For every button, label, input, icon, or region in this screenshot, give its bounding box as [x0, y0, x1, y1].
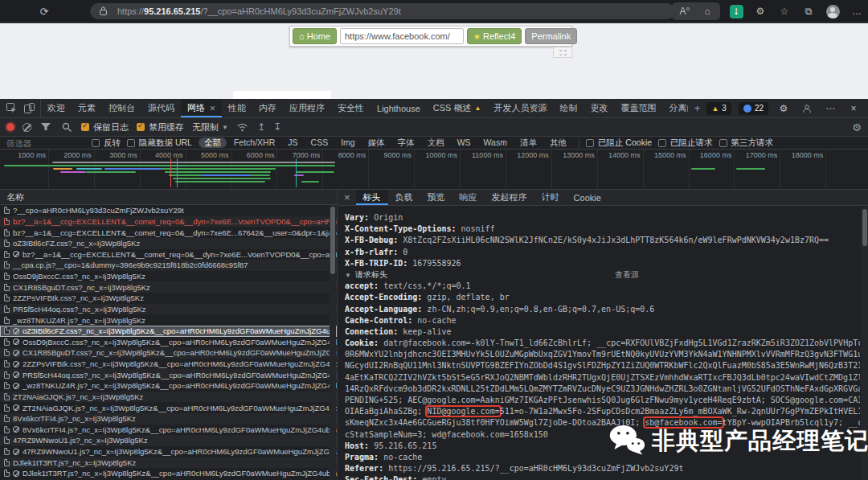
request-row[interactable]: 8Vx6kcrTFI4.js?_nc_x=Ij3Wp8lg5Kz	[0, 413, 337, 425]
detail-tab-Cookie[interactable]: Cookie	[567, 190, 608, 205]
inspect-element-icon[interactable]	[5, 102, 18, 115]
devtools-tab-元素[interactable]: 元素	[72, 99, 102, 117]
devtools-tab-应用程序[interactable]: 应用程序	[283, 99, 331, 117]
throttling-dropdown[interactable]: 无限制 ▼	[192, 121, 228, 133]
request-row[interactable]: bz?__a=1&__ccg=EXCELLENT&__comet_req=0&_…	[0, 216, 337, 228]
record-icon[interactable]	[6, 123, 14, 131]
clear-icon[interactable]	[23, 123, 31, 132]
devtools-tab-欢迎[interactable]: 欢迎	[41, 99, 72, 117]
request-row[interactable]: DJlek1tT3RT.js?_nc_x=Ij3Wp8lg5Kz&__cpo=a…	[0, 468, 337, 479]
scrollbar-thumb[interactable]	[862, 209, 867, 246]
request-row[interactable]: _wz8TNKUZ4R.js?_nc_x=Ij3Wp8lg5Kz	[0, 314, 337, 326]
devtools-tab-控制台[interactable]: 控制台	[102, 99, 141, 117]
hide-data-urls-checkbox[interactable]: 隐藏数据 URL	[127, 137, 192, 149]
filter-type-JS[interactable]: JS	[282, 137, 303, 148]
address-bar[interactable]: https://95.216.65.215/?__cpo=aHR0cHM6Ly9…	[90, 3, 675, 19]
requests-header[interactable]: 名称	[0, 190, 337, 205]
filter-type-Wasm[interactable]: Wasm	[478, 137, 513, 148]
filter-type-其他[interactable]: 其他	[544, 137, 572, 148]
browser-menu-icon[interactable]: …	[849, 3, 865, 19]
devtools-tab-网络[interactable]: 网络×	[181, 99, 222, 117]
request-row[interactable]: 2ZZPsVIFBtk.css?_nc_x=Ij3Wp8lg5Kz	[0, 293, 337, 304]
request-row[interactable]: 47RZ9WNwoU1.js?_nc_x=Ij3Wp8lg5Kz	[0, 435, 337, 446]
request-row[interactable]: ZT2NAiaGJQK.js?_nc_x=Ij3Wp8lg5Kz&__cpo=a…	[0, 402, 337, 413]
filter-type-媒体[interactable]: 媒体	[362, 137, 391, 148]
devtools-tab-Lighthouse[interactable]: Lighthouse	[371, 99, 427, 117]
request-row[interactable]: _wz8TNKUZ4R.js?_nc_x=Ij3Wp8lg5Kz&__cpo=a…	[0, 380, 337, 392]
filter-type-WS[interactable]: WS	[452, 137, 477, 148]
devtools-tab-更改[interactable]: 更改	[583, 99, 614, 117]
request-row[interactable]: oZ3IBtl6cFZ.css?_nc_x=Ij3Wp8lg5Kz&__cpo=…	[0, 326, 337, 337]
request-row[interactable]: DJlek1tT3RT.js?_nc_x=Ij3Wp8lg5Kz	[0, 457, 337, 468]
more-tabs-button[interactable]: +	[688, 99, 707, 117]
devtools-tab-源代码[interactable]: 源代码	[141, 99, 181, 117]
filter-type-文档[interactable]: 文档	[422, 137, 450, 148]
devtools-tab-性能[interactable]: 性能	[222, 99, 252, 117]
filter-type-清单[interactable]: 清单	[514, 137, 542, 148]
request-row[interactable]: CX1R85BguDT.css?_nc_x=Ij3Wp8lg5Kz	[0, 281, 337, 293]
requests-scrollbar[interactable]	[330, 205, 336, 480]
permalink-button[interactable]: Permalink	[525, 28, 577, 44]
devtools-tab-内存[interactable]: 内存	[252, 99, 283, 117]
request-row[interactable]: ?__cpo=aHR0cHM6Ly93d3cuZmFjZWJvb2suY29t	[0, 205, 337, 216]
invert-checkbox[interactable]: 反转	[92, 137, 121, 149]
disable-cache-checkbox[interactable]: 禁用缓存	[137, 121, 184, 133]
third-party-checkbox[interactable]: 第三方请求	[719, 137, 774, 149]
request-row[interactable]: 2ZZPsVIFBtk.css?_nc_x=Ij3Wp8lg5Kz&__cpo=…	[0, 359, 337, 370]
blocked-cookies-checkbox[interactable]: 已阻止 Cookie	[586, 137, 652, 149]
favorites-icon[interactable]: ⌂	[699, 3, 715, 19]
request-row[interactable]: bz?__a=1&__ccg=EXCELLENT&__comet_req=0&_…	[0, 227, 337, 238]
request-row[interactable]: __cpa.cp.js?__cpo=1&dummy=396e9b9c9215f8…	[0, 260, 337, 271]
view-source-link[interactable]: 查看源	[615, 269, 639, 281]
request-row[interactable]: bz?__a=1&__ccg=EXCELLENT&__comet_req=0&_…	[0, 249, 337, 261]
request-row[interactable]: ZT2NAiaGJQK.js?_nc_x=Ij3Wp8lg5Kz	[0, 392, 337, 403]
profile-avatar[interactable]	[825, 3, 841, 19]
scrollbar-thumb[interactable]	[330, 207, 335, 274]
request-row[interactable]: OssD9jBxccC.css?_nc_x=Ij3Wp8lg5Kz	[0, 271, 337, 282]
feedback-icon[interactable]	[799, 101, 815, 117]
filter-icon[interactable]	[39, 121, 52, 133]
refresh-icon[interactable]: ⟳	[35, 2, 53, 20]
close-tab-icon[interactable]: ×	[210, 103, 215, 114]
network-settings-icon[interactable]: ⚙	[852, 121, 862, 133]
blocked-requests-checkbox[interactable]: 已阻止请求	[658, 137, 713, 149]
network-overview-timeline[interactable]: 1000 ms2000 ms3000 ms4000 ms5000 ms6000 …	[0, 150, 868, 190]
detail-tab-标头[interactable]: 标头	[356, 190, 388, 205]
add-favorite-icon[interactable]: ☆	[776, 3, 792, 19]
filter-type-字体[interactable]: 字体	[392, 137, 420, 148]
request-row[interactable]: CX1R85BguDT.css?_nc_x=Ij3Wp8lg5Kz&__cpo=…	[0, 347, 337, 359]
device-toolbar-icon[interactable]	[23, 102, 35, 115]
preserve-log-checkbox[interactable]: 保留日志	[81, 121, 129, 133]
read-aloud-icon[interactable]: A°	[677, 3, 693, 19]
home-button[interactable]: ⌂ Home	[293, 28, 337, 44]
request-row[interactable]: PR5f5cH44oq.css?_nc_x=Ij3Wp8lg5Kz	[0, 304, 337, 315]
devtools-tab-开发人员资源[interactable]: 开发人员资源	[487, 99, 553, 117]
export-har-icon[interactable]: ↧	[273, 121, 281, 133]
downloads-icon[interactable]: ⭣	[728, 3, 744, 19]
request-row[interactable]: OssD9jBxccC.css?_nc_x=Ij3Wp8lg5Kz&__cpo=…	[0, 337, 337, 348]
devtools-menu-icon[interactable]: ⋯	[822, 101, 838, 117]
import-har-icon[interactable]: ↥	[257, 121, 265, 133]
warnings-badge[interactable]: ▲ 3	[706, 102, 731, 115]
filter-type-Fetch/XHR[interactable]: Fetch/XHR	[228, 137, 280, 148]
detail-tab-响应[interactable]: 响应	[452, 190, 485, 205]
request-row[interactable]: 47RZ9WNwoU1.js?_nc_x=Ij3Wp8lg5Kz&__cpo=a…	[0, 446, 337, 457]
detail-tab-负载[interactable]: 负载	[388, 190, 420, 205]
devtools-close-icon[interactable]: ×	[845, 101, 862, 117]
issues-badge[interactable]: 22	[739, 102, 768, 115]
collapse-chevron-icon[interactable]: ⌄⌄⌄⌄	[553, 47, 572, 58]
request-row[interactable]: 8Vx6kcrTFI4.js?_nc_x=Ij3Wp8lg5Kz&__cpo=a…	[0, 425, 337, 436]
section-caret-icon[interactable]: ▼	[345, 272, 351, 279]
reflect-button[interactable]: ★ Reflect4	[467, 28, 522, 44]
filter-input[interactable]	[5, 137, 85, 149]
url-input[interactable]	[340, 28, 464, 44]
collections-icon[interactable]: ⧉	[800, 3, 817, 19]
browser-essentials-icon[interactable]: ⚙	[752, 3, 768, 19]
filter-type-Img[interactable]: Img	[335, 137, 361, 148]
devtools-settings-icon[interactable]: ⚙	[776, 101, 792, 117]
devtools-tab-安全性[interactable]: 安全性	[331, 99, 371, 117]
network-conditions-icon[interactable]	[236, 121, 249, 133]
devtools-tab-绘制[interactable]: 绘制	[553, 99, 583, 117]
detail-tab-计时[interactable]: 计时	[534, 190, 567, 205]
filter-type-CSS[interactable]: CSS	[305, 137, 334, 148]
